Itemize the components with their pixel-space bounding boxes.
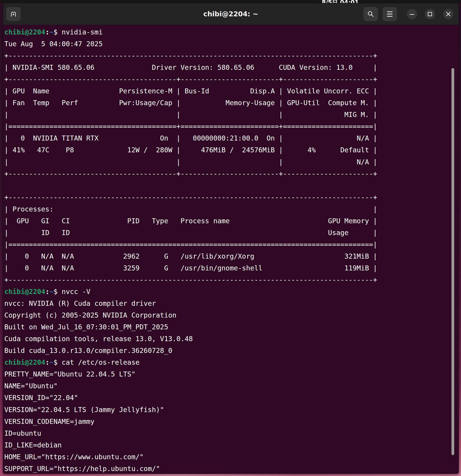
- terminal-line: ID=ubuntu: [4, 427, 459, 439]
- terminal-line: +---------------------------------------…: [4, 274, 459, 286]
- terminal-line: Build cuda_13.0.r13.0/compiler.36260728_…: [4, 345, 459, 357]
- window-headerbar: chibi@2204: ~: [3, 3, 459, 25]
- terminal-line: | | | MIG M. |: [4, 109, 459, 121]
- terminal-line: | GPU GI CI PID Type Process name GPU Me…: [4, 215, 459, 227]
- terminal-line: SUPPORT_URL="https://help.ubuntu.com/": [4, 463, 459, 474]
- terminal-line: | Processes: |: [4, 203, 459, 215]
- maximize-button[interactable]: [425, 9, 435, 19]
- terminal-line: chibi@2204:~$ nvcc -V: [4, 286, 459, 298]
- terminal-line: NAME="Ubuntu": [4, 380, 459, 392]
- terminal-line: | GPU Name Persistence-M | Bus-Id Disp.A…: [4, 85, 459, 97]
- terminal-line: chibi@2204:~$ cat /etc/os-release: [4, 357, 459, 368]
- terminal-line: | ID ID Usage |: [4, 227, 459, 239]
- terminal-line: VERSION_ID="22.04": [4, 392, 459, 404]
- terminal-line: Copyright (c) 2005-2025 NVIDIA Corporati…: [4, 309, 459, 321]
- terminal-line: +---------------------------------------…: [4, 73, 459, 85]
- terminal-line: VERSION_CODENAME=jammy: [4, 416, 459, 427]
- terminal-line: HOME_URL="https://www.ubuntu.com/": [4, 451, 459, 463]
- terminal-line: +---------------------------------------…: [4, 192, 459, 203]
- minimize-button[interactable]: [407, 9, 417, 19]
- terminal-line: nvcc: NVIDIA (R) Cuda compiler driver: [4, 298, 459, 309]
- terminal-line: Cuda compilation tools, release 13.0, V1…: [4, 333, 459, 345]
- terminal-screen[interactable]: chibi@2204:~$ nvidia-smiTue Aug 5 04:00:…: [3, 25, 459, 474]
- terminal-line: | 0 N/A N/A 2962 G /usr/lib/xorg/Xorg 32…: [4, 250, 459, 262]
- search-icon: [367, 11, 374, 17]
- terminal-line: chibi@2204:~$ nvidia-smi: [4, 26, 459, 38]
- search-button[interactable]: [364, 7, 378, 21]
- terminal-line: | 41% 47C P8 12W / 280W | 476MiB / 24576…: [4, 144, 459, 156]
- menu-button[interactable]: [383, 7, 397, 21]
- scrollbar-thumb[interactable]: [452, 68, 454, 455]
- terminal-line: ID_LIKE=debian: [4, 439, 459, 451]
- terminal-line: +---------------------------------------…: [4, 168, 459, 180]
- system-clock: 8/5日 04:01: [322, 0, 359, 3]
- hamburger-menu-icon: [387, 11, 393, 17]
- terminal-line: | NVIDIA-SMI 580.65.06 Driver Version: 5…: [4, 62, 459, 73]
- terminal-window: chibi@2204: ~: [3, 3, 459, 474]
- terminal-line: Built on Wed_Jul_16_07:30:01_PM_PDT_2025: [4, 321, 459, 333]
- close-button[interactable]: [443, 9, 453, 19]
- terminal-line: |=======================================…: [4, 121, 459, 132]
- terminal-line: | 0 N/A N/A 3259 G /usr/bin/gnome-shell …: [4, 262, 459, 274]
- terminal-line: Tue Aug 5 04:00:47 2025: [4, 38, 459, 50]
- maximize-icon: [427, 12, 432, 17]
- terminal-line: [4, 180, 459, 192]
- terminal-line: | | | N/A |: [4, 156, 459, 168]
- system-top-bar: 8/5日 04:01: [0, 0, 461, 3]
- terminal-line: | 0 NVIDIA TITAN RTX On | 00000000:21:00…: [4, 132, 459, 144]
- close-icon: [446, 12, 451, 17]
- minimize-icon: [409, 12, 415, 17]
- terminal-line: VERSION="22.04.5 LTS (Jammy Jellyfish)": [4, 404, 459, 416]
- terminal-line: PRETTY_NAME="Ubuntu 22.04.5 LTS": [4, 368, 459, 380]
- terminal-line: +---------------------------------------…: [4, 50, 459, 62]
- terminal-line: | Fan Temp Perf Pwr:Usage/Cap | Memory-U…: [4, 97, 459, 109]
- terminal-line: |=======================================…: [4, 239, 459, 250]
